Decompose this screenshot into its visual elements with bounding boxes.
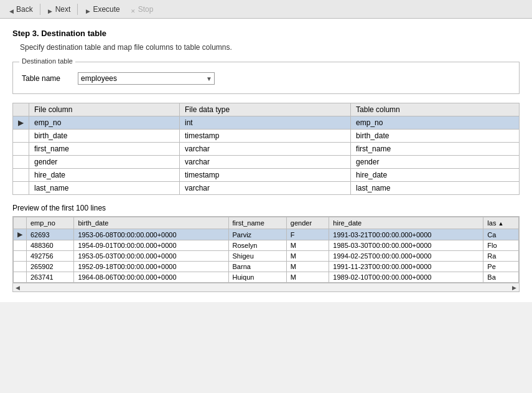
mapping-row[interactable]: first_name varchar first_name (13, 143, 520, 156)
preview-wrapper: emp_no birth_date first_name gender hire… (12, 216, 520, 292)
preview-birthdate: 1953-06-08T00:00:00.000+0000 (74, 229, 228, 240)
back-icon (8, 6, 14, 12)
step-title: Step 3. Destination table (12, 29, 520, 38)
preview-hiredate: 1994-02-25T00:00:00.000+0000 (329, 251, 483, 262)
preview-row[interactable]: 263741 1964-08-06T00:00:00.000+0000 Huiq… (14, 272, 519, 283)
preview-empno: 488360 (27, 240, 74, 251)
mapping-row[interactable]: ▶ emp_no int emp_no (13, 116, 520, 130)
mapping-row[interactable]: birth_date timestamp birth_date (13, 130, 520, 143)
mapping-header-row: File column File data type Table column (13, 103, 520, 116)
preview-row[interactable]: 488360 1954-09-01T00:00:00.000+0000 Rose… (14, 240, 519, 251)
preview-firstname-header: first_name (228, 217, 286, 229)
mapping-row[interactable]: hire_date timestamp hire_date (13, 169, 520, 182)
preview-title: Preview of the first 100 lines (12, 204, 520, 212)
preview-gender: M (286, 251, 329, 262)
table-name-select-wrapper: employees ▼ (78, 72, 215, 85)
preview-empno-header: emp_no (27, 217, 74, 229)
horizontal-scrollbar[interactable]: ◀ ▶ (13, 283, 519, 291)
preview-hiredate: 1991-11-23T00:00:00.000+0000 (329, 262, 483, 272)
preview-lastname: Ca (483, 229, 519, 240)
mapping-file-column: hire_date (29, 169, 180, 182)
mapping-table-column: last_name (351, 182, 520, 195)
back-button[interactable]: Back (4, 4, 37, 15)
preview-lastname: Flo (483, 240, 519, 251)
preview-table: emp_no birth_date first_name gender hire… (13, 217, 519, 283)
execute-label: Execute (93, 5, 119, 14)
table-name-label: Table name (22, 74, 72, 83)
mapping-data-type: int (180, 116, 351, 130)
preview-empno: 263741 (27, 272, 74, 283)
back-label: Back (16, 5, 33, 14)
next-button[interactable]: Next (43, 4, 75, 15)
preview-row[interactable]: 265902 1952-09-18T00:00:00.000+0000 Barn… (14, 262, 519, 272)
preview-hiredate: 1991-03-21T00:00:00.000+0000 (329, 229, 483, 240)
execute-button[interactable]: Execute (80, 4, 124, 15)
preview-row-indicator (14, 240, 27, 251)
mapping-table-column: hire_date (351, 169, 520, 182)
execute-icon (85, 6, 91, 12)
preview-indicator-header (14, 217, 27, 229)
preview-gender: M (286, 240, 329, 251)
preview-gender: F (286, 229, 329, 240)
mapping-table-column: first_name (351, 143, 520, 156)
mapping-data-type: varchar (180, 143, 351, 156)
next-icon (47, 6, 54, 12)
mapping-row-indicator (13, 143, 29, 156)
mapping-table: File column File data type Table column … (12, 103, 520, 195)
stop-icon (130, 6, 136, 12)
mapping-file-column: first_name (29, 143, 180, 156)
preview-row-indicator (14, 272, 27, 283)
mapping-table-column: emp_no (351, 116, 520, 130)
preview-birthdate: 1964-08-06T00:00:00.000+0000 (74, 272, 228, 283)
preview-gender: M (286, 272, 329, 283)
preview-birthdate: 1953-05-03T00:00:00.000+0000 (74, 251, 228, 262)
stop-button[interactable]: Stop (126, 4, 158, 15)
preview-birthdate: 1952-09-18T00:00:00.000+0000 (74, 262, 228, 272)
scroll-left-icon[interactable]: ◀ (13, 283, 22, 292)
mapping-data-type: timestamp (180, 169, 351, 182)
mapping-table-column-header: Table column (351, 103, 520, 116)
mapping-file-column: emp_no (29, 116, 180, 130)
stop-label: Stop (138, 5, 154, 14)
mapping-row-indicator: ▶ (13, 116, 29, 130)
mapping-file-column: gender (29, 156, 180, 169)
preview-birthdate-header: birth_date (74, 217, 228, 229)
preview-lastname: Ra (483, 251, 519, 262)
preview-header-row: emp_no birth_date first_name gender hire… (14, 217, 519, 229)
preview-gender-header: gender (286, 217, 329, 229)
scroll-right-icon[interactable]: ▶ (510, 283, 519, 292)
preview-lastname-header: las ▲ (483, 217, 519, 229)
preview-row[interactable]: 492756 1953-05-03T00:00:00.000+0000 Shig… (14, 251, 519, 262)
preview-row[interactable]: ▶ 62693 1953-06-08T00:00:00.000+0000 Par… (14, 229, 519, 240)
table-name-select[interactable]: employees (78, 72, 215, 85)
preview-lastname: Ba (483, 272, 519, 283)
mapping-data-type-header: File data type (180, 103, 351, 116)
main-content: Step 3. Destination table Specify destin… (0, 19, 532, 302)
mapping-row-indicator (13, 130, 29, 143)
mapping-row-indicator (13, 169, 29, 182)
preview-row-indicator (14, 262, 27, 272)
next-label: Next (55, 5, 71, 14)
preview-firstname: Parviz (228, 229, 286, 240)
preview-hiredate: 1989-02-10T00:00:00.000+0000 (329, 272, 483, 283)
preview-gender: M (286, 262, 329, 272)
mapping-file-column: last_name (29, 182, 180, 195)
separator-2 (77, 4, 78, 15)
preview-hiredate: 1985-03-30T00:00:00.000+0000 (329, 240, 483, 251)
mapping-row-indicator (13, 156, 29, 169)
mapping-table-column: gender (351, 156, 520, 169)
separator-1 (40, 4, 40, 15)
toolbar: Back Next Execute Stop (0, 0, 532, 19)
mapping-data-type: varchar (180, 182, 351, 195)
mapping-data-type: varchar (180, 156, 351, 169)
preview-firstname: Huiqun (228, 272, 286, 283)
mapping-indicator-header (13, 103, 29, 116)
preview-birthdate: 1954-09-01T00:00:00.000+0000 (74, 240, 228, 251)
preview-firstname: Barna (228, 262, 286, 272)
mapping-table-column: birth_date (351, 130, 520, 143)
step-description: Specify destination table and map file c… (20, 43, 520, 52)
mapping-row[interactable]: gender varchar gender (13, 156, 520, 169)
mapping-row[interactable]: last_name varchar last_name (13, 182, 520, 195)
preview-firstname: Shigeu (228, 251, 286, 262)
mapping-data-type: timestamp (180, 130, 351, 143)
